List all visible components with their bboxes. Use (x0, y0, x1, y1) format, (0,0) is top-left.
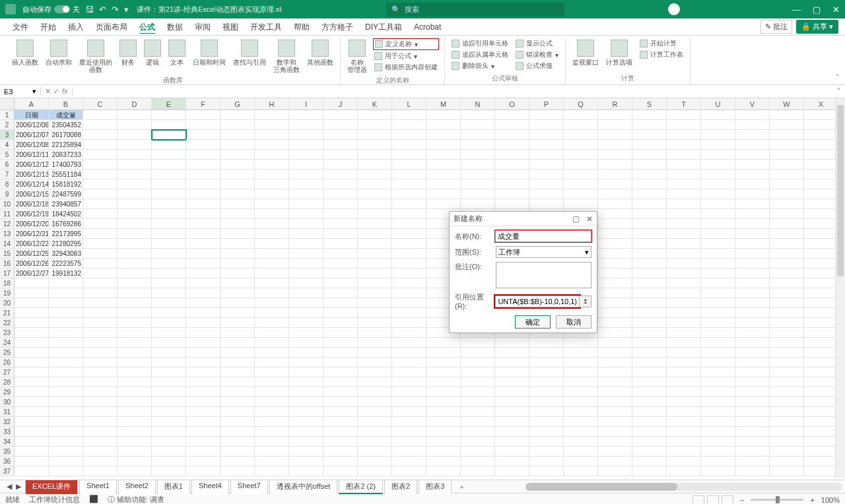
cell-T16[interactable] (667, 259, 701, 268)
cell-X9[interactable] (804, 189, 838, 199)
cell-L20[interactable] (392, 298, 426, 308)
cell-E18[interactable] (152, 278, 186, 288)
cell-W2[interactable] (770, 120, 804, 130)
cell-L8[interactable] (392, 179, 426, 189)
cell-U3[interactable] (701, 130, 735, 140)
cell-O7[interactable] (495, 170, 529, 179)
cell-A34[interactable] (15, 437, 49, 447)
cell-H1[interactable] (255, 110, 289, 120)
cell-X17[interactable] (804, 268, 838, 278)
cell-R2[interactable] (598, 120, 632, 130)
cell-H2[interactable] (255, 120, 289, 130)
column-header-V[interactable]: V (735, 98, 770, 110)
cell-B11[interactable]: 18424502 (49, 209, 83, 219)
logical-button[interactable]: 逻辑 (141, 38, 164, 67)
chevron-down-icon[interactable]: ▾ (585, 248, 589, 257)
cell-U11[interactable] (701, 209, 735, 219)
cell-H30[interactable] (255, 397, 289, 407)
cell-H29[interactable] (255, 387, 289, 397)
cell-T33[interactable] (667, 427, 701, 437)
cell-J34[interactable] (323, 437, 358, 447)
calc-now-button[interactable]: 开始计算 (638, 38, 685, 49)
cell-J37[interactable] (323, 466, 358, 476)
cell-R25[interactable] (598, 348, 632, 358)
cell-C21[interactable] (83, 308, 118, 318)
cell-C11[interactable] (83, 209, 118, 219)
cell-O10[interactable] (495, 199, 529, 209)
cell-P24[interactable] (529, 338, 564, 348)
cell-H35[interactable] (255, 447, 289, 457)
cell-R14[interactable] (598, 239, 632, 249)
user-avatar-icon[interactable] (668, 3, 680, 15)
cell-N4[interactable] (461, 140, 495, 150)
cell-K25[interactable] (358, 348, 392, 358)
row-header-37[interactable]: 37 (0, 466, 15, 476)
cell-I2[interactable] (289, 120, 323, 130)
cell-E17[interactable] (152, 268, 186, 278)
cell-V28[interactable] (735, 377, 770, 387)
sheet-tab-Sheet1[interactable]: Sheet1 (79, 480, 117, 494)
cell-E4[interactable] (152, 140, 186, 150)
cancel-formula-icon[interactable]: ✕ (45, 87, 51, 96)
cell-I36[interactable] (289, 457, 323, 466)
cell-E6[interactable] (152, 160, 186, 170)
cell-M24[interactable] (426, 338, 461, 348)
cell-D34[interactable] (118, 437, 152, 447)
cell-G5[interactable] (220, 150, 255, 160)
cell-X5[interactable] (804, 150, 838, 160)
cell-V29[interactable] (735, 387, 770, 397)
row-header-24[interactable]: 24 (0, 338, 15, 348)
trace-precedents-button[interactable]: 追踪引用单元格 (450, 38, 510, 49)
cell-V25[interactable] (735, 348, 770, 358)
cell-L36[interactable] (392, 457, 426, 466)
cell-F24[interactable] (186, 338, 220, 348)
cell-W5[interactable] (770, 150, 804, 160)
ok-button[interactable]: 确定 (515, 315, 551, 329)
cell-A7[interactable]: 2006/12/13 (15, 170, 49, 179)
cell-V12[interactable] (735, 219, 770, 229)
cell-K15[interactable] (358, 249, 392, 259)
cell-L16[interactable] (392, 259, 426, 268)
search-box[interactable]: 🔍 搜索 (386, 3, 564, 16)
cell-R21[interactable] (598, 308, 632, 318)
column-header-D[interactable]: D (118, 98, 152, 110)
cell-D31[interactable] (118, 407, 152, 417)
cell-B13[interactable]: 22173995 (49, 229, 83, 239)
cell-X8[interactable] (804, 179, 838, 189)
menu-tab-数据[interactable]: 数据 (161, 18, 189, 36)
cell-B17[interactable]: 19918132 (49, 268, 83, 278)
cell-H22[interactable] (255, 318, 289, 328)
fx-icon[interactable]: fx (62, 87, 68, 96)
cell-G30[interactable] (220, 397, 255, 407)
cell-P29[interactable] (529, 387, 564, 397)
redo-icon[interactable]: ↷ (112, 5, 119, 15)
cell-Q7[interactable] (564, 170, 598, 179)
cell-T7[interactable] (667, 170, 701, 179)
column-header-G[interactable]: G (220, 98, 255, 110)
cell-V33[interactable] (735, 427, 770, 437)
cell-G2[interactable] (220, 120, 255, 130)
cell-P31[interactable] (529, 407, 564, 417)
cell-I9[interactable] (289, 189, 323, 199)
cell-Q29[interactable] (564, 387, 598, 397)
cell-S22[interactable] (632, 318, 667, 328)
cell-C14[interactable] (83, 239, 118, 249)
cell-C32[interactable] (83, 417, 118, 427)
column-header-J[interactable]: J (323, 98, 358, 110)
cell-T31[interactable] (667, 407, 701, 417)
cell-V30[interactable] (735, 397, 770, 407)
cell-G23[interactable] (220, 328, 255, 338)
dialog-close-icon[interactable]: ✕ (586, 214, 593, 224)
cell-U4[interactable] (701, 140, 735, 150)
cell-L21[interactable] (392, 308, 426, 318)
row-header-7[interactable]: 7 (0, 170, 15, 179)
cell-J23[interactable] (323, 328, 358, 338)
menu-tab-公式[interactable]: 公式 (133, 18, 161, 36)
row-header-1[interactable]: 1 (0, 110, 15, 120)
cell-H11[interactable] (255, 209, 289, 219)
cell-T4[interactable] (667, 140, 701, 150)
cell-S26[interactable] (632, 358, 667, 367)
cell-N31[interactable] (461, 407, 495, 417)
row-header-17[interactable]: 17 (0, 268, 15, 278)
cell-D32[interactable] (118, 417, 152, 427)
